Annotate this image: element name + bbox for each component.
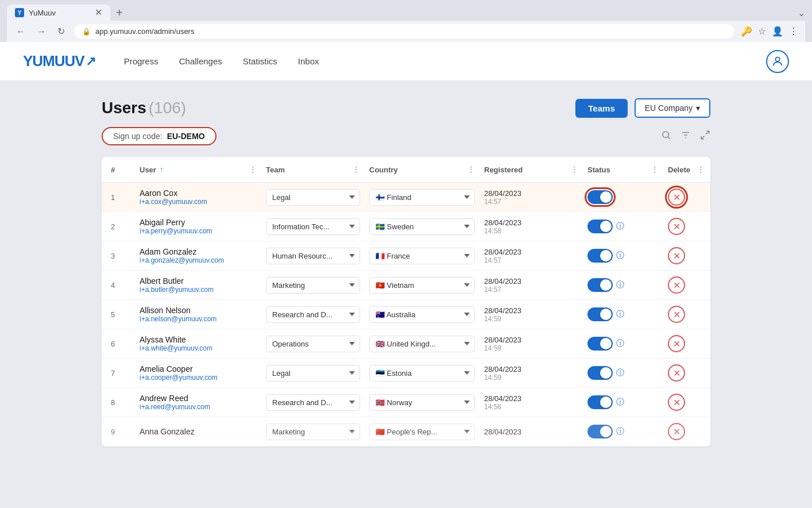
info-icon[interactable]: ⓘ [616, 251, 624, 261]
team-select[interactable]: Marketing [266, 424, 360, 440]
cell-country[interactable]: 🇳🇴 Norway [365, 388, 480, 417]
user-email[interactable]: i+a.perry@yumuuv.com [140, 227, 257, 235]
user-profile-icon[interactable] [766, 50, 789, 73]
cell-country[interactable]: 🇫🇮 Finland [365, 183, 480, 211]
cell-team[interactable]: Operations [261, 330, 365, 358]
bookmark-icon[interactable]: ☆ [758, 26, 766, 37]
cell-country[interactable]: 🇸🇪 Sweden [365, 213, 480, 241]
col-delete-menu-icon[interactable]: ⋮ [697, 165, 705, 174]
delete-button[interactable]: ✕ [668, 306, 685, 323]
info-icon[interactable]: ⓘ [616, 338, 624, 349]
status-toggle[interactable] [587, 220, 613, 233]
cell-country[interactable]: 🇦🇺 Australia [365, 301, 480, 329]
cell-team[interactable]: Legal [261, 183, 365, 211]
info-icon[interactable]: ⓘ [616, 368, 624, 378]
country-select[interactable]: 🇨🇳 People's Rep... [369, 424, 475, 440]
delete-button[interactable]: ✕ [668, 364, 685, 382]
cell-country[interactable]: 🇻🇳 Vietnam [365, 271, 480, 299]
cell-team[interactable]: Human Resourc... [261, 242, 365, 270]
menu-icon[interactable]: ⋮ [789, 26, 798, 37]
status-toggle[interactable] [587, 249, 613, 263]
cell-team[interactable]: Information Tec... [261, 213, 365, 241]
col-reg-menu-icon[interactable]: ⋮ [570, 165, 578, 174]
delete-button[interactable]: ✕ [668, 423, 685, 440]
tab-close-button[interactable]: ✕ [95, 8, 102, 17]
status-toggle[interactable] [587, 395, 613, 409]
profile-icon[interactable]: 👤 [772, 26, 783, 37]
team-select[interactable]: Legal [266, 365, 360, 382]
cell-team[interactable]: Marketing [261, 271, 365, 299]
col-menu-icon[interactable]: ⋮ [249, 165, 257, 174]
reload-button[interactable]: ↻ [55, 25, 67, 38]
team-select[interactable]: Legal [266, 189, 360, 206]
svg-line-6 [706, 131, 709, 134]
status-toggle[interactable] [587, 337, 613, 351]
status-toggle[interactable] [587, 307, 613, 321]
teams-button[interactable]: Teams [575, 99, 627, 118]
team-select[interactable]: Research and D... [266, 394, 360, 411]
forward-button[interactable]: → [34, 25, 48, 38]
cell-team[interactable]: Legal [261, 359, 365, 387]
col-country-menu-icon[interactable]: ⋮ [467, 165, 475, 174]
password-icon[interactable]: 🔑 [741, 26, 752, 37]
country-select[interactable]: 🇸🇪 Sweden [369, 218, 475, 235]
cell-team[interactable]: Marketing [261, 418, 365, 446]
info-icon[interactable]: ⓘ [616, 397, 624, 407]
filter-icon[interactable] [680, 130, 691, 143]
company-dropdown-button[interactable]: EU Company ▾ [635, 98, 710, 118]
logo[interactable]: YUMUUV ↗ [23, 52, 95, 70]
user-email[interactable]: i+a.cooper@yumuuv.com [140, 374, 257, 382]
cell-country[interactable]: 🇨🇳 People's Rep... [365, 418, 480, 446]
address-bar[interactable]: 🔒 app.yumuuv.com/admin/users [74, 24, 734, 39]
team-select[interactable]: Research and D... [266, 306, 360, 323]
search-icon[interactable] [661, 130, 671, 143]
back-button[interactable]: ← [14, 25, 28, 38]
delete-button[interactable]: ✕ [668, 218, 685, 235]
info-icon[interactable]: ⓘ [616, 426, 624, 437]
user-email[interactable]: i+a.reed@yumuuv.com [140, 403, 257, 411]
nav-statistics[interactable]: Statistics [243, 56, 277, 66]
info-icon[interactable]: ⓘ [616, 309, 624, 320]
nav-inbox[interactable]: Inbox [298, 56, 319, 66]
team-select[interactable]: Operations [266, 336, 360, 352]
col-status-menu-icon[interactable]: ⋮ [651, 165, 659, 174]
user-email[interactable]: i+a.butler@yumuuv.com [140, 286, 257, 294]
status-toggle[interactable] [587, 278, 613, 292]
country-select[interactable]: 🇫🇷 France [369, 248, 475, 264]
country-select[interactable]: 🇦🇺 Australia [369, 306, 475, 323]
delete-button[interactable]: ✕ [668, 247, 685, 264]
status-toggle[interactable] [587, 425, 613, 438]
team-select[interactable]: Marketing [266, 277, 360, 294]
cell-country[interactable]: 🇪🇪 Estonia [365, 359, 480, 387]
team-select[interactable]: Information Tec... [266, 218, 360, 235]
status-toggle[interactable] [587, 190, 613, 204]
cell-team[interactable]: Research and D... [261, 301, 365, 329]
delete-button[interactable]: ✕ [668, 276, 685, 294]
delete-button[interactable]: ✕ [668, 335, 685, 352]
country-select[interactable]: 🇬🇧 United Kingd... [369, 336, 475, 352]
country-select[interactable]: 🇳🇴 Norway [369, 394, 475, 411]
cell-country[interactable]: 🇬🇧 United Kingd... [365, 330, 480, 358]
country-select[interactable]: 🇪🇪 Estonia [369, 365, 475, 382]
new-tab-button[interactable]: + [113, 6, 126, 20]
status-toggle[interactable] [587, 366, 613, 380]
nav-progress[interactable]: Progress [124, 56, 158, 66]
col-team-menu-icon[interactable]: ⋮ [352, 165, 360, 174]
cell-team[interactable]: Research and D... [261, 388, 365, 417]
active-tab[interactable]: Y YuMuuv ✕ [7, 5, 110, 21]
delete-button[interactable]: ✕ [668, 188, 685, 206]
user-email[interactable]: i+a.cox@yumuuv.com [140, 198, 257, 206]
country-select[interactable]: 🇫🇮 Finland [369, 189, 475, 206]
expand-icon[interactable] [700, 130, 710, 143]
info-icon[interactable]: ⓘ [616, 280, 624, 290]
info-icon[interactable]: ⓘ [616, 221, 624, 232]
cell-country[interactable]: 🇫🇷 France [365, 242, 480, 270]
team-select[interactable]: Human Resourc... [266, 248, 360, 264]
user-email[interactable]: i+a.nelson@yumuuv.com [140, 315, 257, 323]
user-email[interactable]: i+a.gonzalez@yumuuv.com [140, 256, 257, 264]
sort-up-icon[interactable]: ↑ [160, 166, 163, 174]
country-select[interactable]: 🇻🇳 Vietnam [369, 277, 475, 294]
delete-button[interactable]: ✕ [668, 394, 685, 411]
user-email[interactable]: i+a.white@yumuuv.com [140, 344, 257, 352]
nav-challenges[interactable]: Challenges [179, 56, 222, 66]
